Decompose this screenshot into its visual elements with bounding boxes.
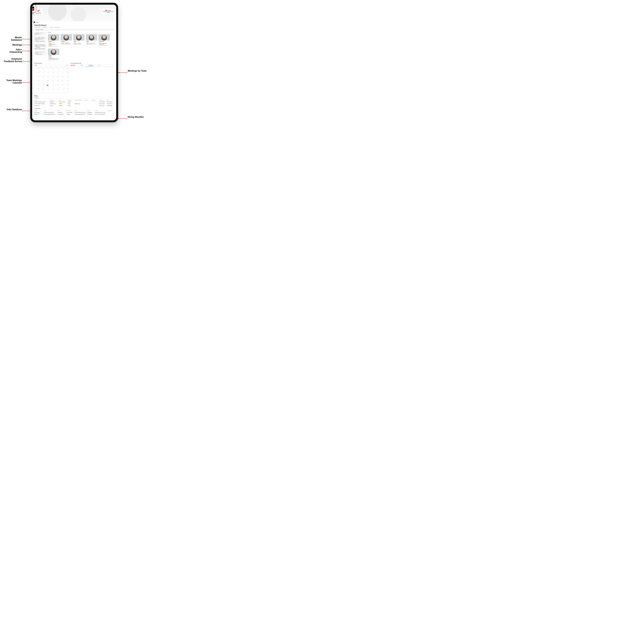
- talent-col-header[interactable]: Meeting Note: [107, 110, 114, 111]
- cal-cell[interactable]: 7: [59, 72, 63, 76]
- cal-cell[interactable]: 20: [54, 80, 59, 84]
- cal-cell[interactable]: 2: [34, 72, 39, 76]
- cal-day-header: Mon: [39, 66, 44, 68]
- team-chip[interactable]: Finance: [80, 65, 84, 66]
- cal-cell[interactable]: 13: [54, 76, 59, 80]
- cal-cell[interactable]: Jul 1: [63, 68, 68, 72]
- cal-cell[interactable]: 5: [49, 72, 54, 76]
- cal-cell[interactable]: 26: [39, 68, 44, 72]
- card-role: Advisor: [74, 42, 84, 43]
- meeting-calendar: 📅 Meeting Calendar July 2023 < Today > S…: [34, 63, 68, 93]
- talent-col-header[interactable]: Key Skills: [95, 110, 107, 111]
- cal-cell[interactable]: 4: [59, 88, 63, 93]
- cal-cell[interactable]: 12: [49, 76, 54, 80]
- link-employee-feedback[interactable]: 📝Employee Feedback: [35, 53, 46, 55]
- link-onboarding[interactable]: 🧑New Teammate Onboarding: [35, 48, 46, 49]
- breadcrumbs[interactable]: 🧩StartOS v.2.01 🔒(Access Pa... 📁StartOS …: [34, 27, 114, 28]
- calendar-nav[interactable]: < Today >: [65, 65, 68, 66]
- talent-row[interactable]: 👤 Sarah Brown🧩 Human Resource ManagerHR …: [34, 112, 114, 114]
- cal-cell[interactable]: 28: [49, 68, 54, 72]
- card-note: Talk to me about something other than mo…: [48, 46, 59, 47]
- cal-cell[interactable]: 26: [49, 84, 54, 88]
- cal-cell[interactable]: 22: [63, 80, 68, 84]
- talent-col-header[interactable]: Open Job: [43, 110, 57, 111]
- cal-cell[interactable]: 3: [54, 88, 59, 93]
- jobs-row[interactable]: 🧩 AccountantFinanceSingaporeFull-TimeMar…: [34, 105, 114, 107]
- card-tag: Employee: [48, 57, 52, 58]
- cal-cell[interactable]: 4: [44, 72, 49, 76]
- team-chip[interactable]: Fundraising: [88, 65, 93, 66]
- talent-col-header[interactable]: Aa Name: [34, 110, 43, 111]
- talent-row[interactable]: 👤 Nick Patel🧩 (Intern) Software Developm…: [34, 113, 114, 115]
- ipad-frame: 🚀 STARTUP NOTION teamOS 🟥 startOS INTEGR…: [30, 3, 118, 122]
- team-chip[interactable]: Engineering: [70, 65, 75, 66]
- cal-cell[interactable]: 15: [63, 76, 68, 80]
- talent-tab[interactable]: 📋 Talent to Hire: [34, 108, 114, 110]
- card-tag: Business Advisor: [90, 43, 95, 44]
- cal-cell[interactable]: 30: [59, 68, 63, 72]
- jobs-col-header[interactable]: Aa Name: [34, 100, 49, 101]
- cal-cell[interactable]: 24: [39, 84, 44, 88]
- cal-cell[interactable]: 27: [44, 68, 49, 72]
- team-chip[interactable]: HR: [98, 65, 101, 66]
- talent-col-header[interactable]: Current company: [65, 110, 74, 111]
- cal-cell[interactable]: 18: [44, 80, 49, 84]
- card-role: Chief Technology Officer: [61, 42, 71, 43]
- gallery-tab[interactable]: 🖼 Gallery: [48, 32, 114, 33]
- cal-cell[interactable]: 25: [44, 84, 49, 88]
- cal-cell[interactable]: 9: [34, 76, 39, 80]
- team-card[interactable]: Board MemberAdvisorAdvisorAngel Investor…: [98, 34, 110, 47]
- cal-cell[interactable]: 2: [49, 88, 54, 93]
- cal-cell[interactable]: 17: [39, 80, 44, 84]
- talent-col-header[interactable]: Position: [57, 110, 65, 111]
- team-card[interactable]: Founder 2Chief Technology OfficerFounder…: [60, 34, 72, 47]
- talent-col-header[interactable]: Contact: [87, 110, 95, 111]
- link-meetings-minutes[interactable]: 📋Meetings & Meeting Minutes: [35, 41, 46, 42]
- jobs-row[interactable]: 🧩 Human Resource ManagerHuman ResourcesS…: [34, 103, 114, 105]
- cal-cell[interactable]: 30: [34, 88, 39, 93]
- cal-day-header: Thu: [54, 66, 59, 68]
- jobs-col-header[interactable]: Meeting Note: [91, 100, 99, 101]
- upcoming-scrollbar[interactable]: [70, 66, 114, 67]
- cal-cell[interactable]: 14: [59, 76, 63, 80]
- cal-cell[interactable]: 5: [63, 88, 68, 93]
- cal-cell[interactable]: 11: [44, 76, 49, 80]
- jobs-col-header[interactable]: Location: [58, 100, 67, 101]
- cal-cell[interactable]: 23: [34, 84, 39, 88]
- jobs-col-header[interactable]: Shortlisted Candidates: [74, 100, 84, 101]
- team-card[interactable]: VP SalesEmployeeEmployeeCustomer Develop…: [48, 48, 59, 61]
- jobs-col-header[interactable]: Salary: [107, 100, 114, 101]
- jobs-row[interactable]: 🧩 (Intern) Software DevelopmentEngineeri…: [34, 101, 114, 103]
- annotation-hiring-shortlist: Hiring Shortlist: [128, 116, 144, 118]
- team-card[interactable]: AdvisorAdvisorAdvisorBusiness Advisor"Ta…: [86, 34, 97, 47]
- welcome-callout: 💡 Welcome to TeamOS!: [34, 29, 114, 31]
- team-card[interactable]: Founder 1Chief Executive OfficerFounderC…: [48, 34, 59, 47]
- all-jobs-tab[interactable]: 📋 All Jobs: [34, 98, 114, 99]
- cal-cell[interactable]: 1: [44, 88, 49, 93]
- link-job-postings[interactable]: 📄Job Postings: [35, 47, 46, 48]
- cal-cell[interactable]: 8: [63, 72, 68, 76]
- jobs-col-header[interactable]: Department / T...: [49, 100, 58, 101]
- cal-cell[interactable]: 19: [49, 80, 54, 84]
- cal-cell[interactable]: 21: [59, 80, 63, 84]
- talent-col-header[interactable]: Email 1: [74, 110, 87, 111]
- cal-cell[interactable]: 29: [63, 84, 68, 88]
- card-name: VP Sales: [48, 55, 59, 56]
- card-role: Advisor: [86, 42, 97, 43]
- team-card[interactable]: AdvisorAdvisorAdvisorTech AdvisorSo, wha…: [73, 34, 85, 47]
- cal-cell[interactable]: 3: [39, 72, 44, 76]
- cal-cell[interactable]: 16: [34, 80, 39, 84]
- link-our-team[interactable]: 👥Our Team: [35, 33, 46, 35]
- cal-cell[interactable]: 27: [54, 84, 59, 88]
- cal-cell[interactable]: 6: [54, 72, 59, 76]
- jobs-col-header[interactable]: Interviewer: [84, 100, 91, 101]
- card-tag: Tech Advisor: [77, 43, 81, 44]
- cal-cell[interactable]: 28: [59, 84, 63, 88]
- jobs-col-header[interactable]: Job Posted: [99, 100, 107, 101]
- jobs-col-header[interactable]: Type of Role: [67, 100, 74, 101]
- cal-cell[interactable]: 29: [54, 68, 59, 72]
- cal-cell[interactable]: 25: [34, 68, 39, 72]
- cal-cell[interactable]: 31: [39, 88, 44, 93]
- cal-cell[interactable]: 10: [39, 76, 44, 80]
- arrow: [118, 118, 127, 119]
